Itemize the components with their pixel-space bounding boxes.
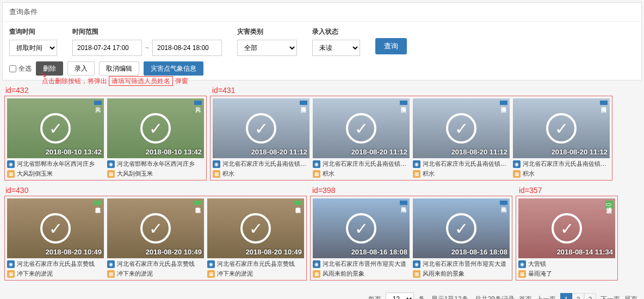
thumbnail[interactable]: 渍涝(农田)✓2018-08-14 11:34 [518, 198, 615, 258]
type-text: 冲下来的淤泥 [217, 270, 253, 278]
type-text: 冲下来的淤泥 [117, 270, 153, 278]
range-start-input[interactable] [72, 40, 142, 56]
location-text: 大营镇 [528, 260, 546, 268]
check-icon: ✓ [140, 113, 171, 144]
location-icon: ◉ [107, 160, 115, 168]
thumbnail[interactable]: 气象地质灾害✓2018-08-20 10:49 [7, 198, 104, 258]
type-text: 风雨来前的景象 [323, 270, 364, 278]
timestamp: 2018-08-20 11:12 [351, 148, 407, 156]
type-text: 积水 [222, 170, 234, 178]
page-number[interactable]: 3 [584, 293, 596, 299]
disaster-type-label: 灾害类别 [237, 27, 297, 36]
thumbnail[interactable]: 暴雨洪涝✓2018-08-20 11:12 [513, 98, 610, 158]
panel-title: 查询条件 [3, 3, 641, 22]
timestamp: 2018-08-20 11:12 [251, 148, 307, 156]
photo-card[interactable]: 暴雨洪涝✓2018-08-20 11:12◉河北省石家庄市元氏县南佐镇井元...… [513, 98, 610, 178]
thumbnail[interactable]: 风暴潮✓2018-08-16 18:08 [313, 198, 410, 258]
disaster-tag: 风灾 [94, 101, 102, 105]
record-group: 气象地质灾害✓2018-08-20 10:49◉河北省石家庄市元氏县京赞线▦冲下… [4, 196, 307, 281]
disaster-type-select[interactable]: 全部 [237, 40, 297, 56]
group-id-label: id=432 [5, 86, 208, 95]
photo-card[interactable]: 气象地质灾害✓2018-08-20 10:49◉河北省石家庄市元氏县京赞线▦冲下… [7, 198, 104, 278]
select-all-checkbox[interactable]: 全选 [9, 64, 32, 73]
thumbnail[interactable]: 暴雨洪涝✓2018-08-20 11:12 [213, 98, 309, 158]
location-text: 河北省石家庄市晋州市迎宾大道 [323, 260, 406, 268]
group-id-label: id=431 [212, 86, 615, 95]
photo-card[interactable]: 暴雨洪涝✓2018-08-20 11:12◉河北省石家庄市元氏县南佐镇井元...… [413, 98, 510, 178]
photo-card[interactable]: 渍涝(农田)✓2018-08-14 11:34◉大营镇▦暴雨淹了 [518, 198, 615, 278]
spacer [375, 27, 407, 35]
timestamp: 2018-08-20 10:49 [246, 248, 302, 256]
query-button[interactable]: 查询 [375, 38, 407, 54]
check-icon: ✓ [346, 113, 376, 144]
check-icon: ✓ [446, 213, 476, 244]
check-icon: ✓ [40, 213, 71, 244]
type-icon: ▦ [413, 270, 420, 278]
disaster-tag: 风暴潮 [400, 201, 407, 205]
location-text: 河北省石家庄市元氏县南佐镇井元... [323, 160, 410, 168]
timestamp: 2018-08-14 11:34 [557, 248, 613, 256]
pager-first[interactable]: 首页 [519, 295, 532, 300]
query-time-select[interactable]: 抓取时间 [9, 40, 57, 56]
type-text: 冲下来的淤泥 [17, 270, 53, 278]
type-icon: ▦ [518, 270, 526, 278]
photo-card[interactable]: 风灾✓2018-08-10 13:42◉河北省邯郸市永年区西河庄乡▦大风刮倒玉米 [7, 98, 104, 178]
type-icon: ▦ [413, 170, 420, 178]
thumbnail[interactable]: 风灾✓2018-08-10 13:42 [7, 98, 104, 158]
record-group: 暴雨洪涝✓2018-08-20 11:12◉河北省石家庄市元氏县南佐镇井元...… [210, 96, 612, 180]
record-group: 风暴潮✓2018-08-16 18:08◉河北省石家庄市晋州市迎宾大道▦风雨来前… [310, 196, 512, 281]
thumbnail[interactable]: 风灾✓2018-08-10 13:42 [107, 98, 204, 158]
disaster-info-button[interactable]: 灾害点气象信息 [144, 61, 203, 76]
type-icon: ▦ [207, 270, 215, 278]
group-id-label: id=430 [5, 186, 308, 195]
photo-card[interactable]: 风灾✓2018-08-10 13:42◉河北省邯郸市永年区西河庄乡▦大风刮倒玉米 [107, 98, 204, 178]
check-icon: ✓ [246, 113, 276, 144]
thumbnail[interactable]: 气象地质灾害✓2018-08-20 10:49 [107, 198, 204, 258]
location-text: 河北省石家庄市元氏县京赞线 [17, 260, 95, 268]
location-icon: ◉ [313, 260, 320, 268]
timestamp: 2018-08-20 11:12 [451, 148, 507, 156]
thumbnail[interactable]: 暴雨洪涝✓2018-08-20 11:12 [413, 98, 510, 158]
photo-card[interactable]: 暴雨洪涝✓2018-08-20 11:12◉河北省石家庄市元氏县南佐镇井元...… [313, 98, 410, 178]
photo-card[interactable]: 气象地质灾害✓2018-08-20 10:49◉河北省石家庄市元氏县京赞线▦冲下… [107, 198, 204, 278]
entry-status-select[interactable]: 未读 [312, 40, 360, 56]
type-icon: ▦ [107, 170, 115, 178]
disaster-tag: 气象地质灾害 [94, 201, 102, 205]
disaster-tag: 气象地质灾害 [294, 201, 302, 205]
check-icon: ✓ [446, 113, 476, 144]
photo-card[interactable]: 风暴潮✓2018-08-16 18:08◉河北省石家庄市晋州市迎宾大道▦风雨来前… [413, 198, 510, 278]
record-group: 渍涝(农田)✓2018-08-14 11:34◉大营镇▦暴雨淹了 [516, 196, 618, 281]
cancel-edit-button[interactable]: 取消编辑 [99, 61, 139, 76]
location-icon: ◉ [413, 160, 420, 168]
pager-last[interactable]: 尾页 [624, 295, 637, 300]
location-text: 河北省邯郸市永年区西河庄乡 [17, 160, 95, 168]
timestamp: 2018-08-16 18:08 [451, 248, 507, 256]
disaster-tag: 暴雨洪涝 [600, 101, 608, 105]
type-text: 大风刮倒玉米 [17, 170, 53, 178]
page-number[interactable]: 1 [560, 293, 572, 299]
location-icon: ◉ [107, 260, 115, 268]
photo-card[interactable]: 暴雨洪涝✓2018-08-20 11:12◉河北省石家庄市元氏县南佐镇井元...… [213, 98, 309, 178]
range-end-input[interactable] [152, 40, 222, 56]
pager-prev[interactable]: 上一页 [536, 295, 556, 300]
location-icon: ◉ [413, 260, 420, 268]
thumbnail[interactable]: 风暴潮✓2018-08-16 18:08 [413, 198, 510, 258]
type-icon: ▦ [313, 170, 320, 178]
pager-next[interactable]: 下一页 [600, 295, 620, 300]
enter-button[interactable]: 录入 [67, 61, 95, 76]
query-time-label: 查询时间 [9, 27, 57, 36]
page-number[interactable]: 2 [572, 293, 584, 299]
disaster-tag: 风灾 [194, 101, 202, 105]
per-page-select[interactable]: 12 [386, 292, 414, 299]
timestamp: 2018-08-20 10:49 [146, 248, 202, 256]
thumbnail[interactable]: 暴雨洪涝✓2018-08-20 11:12 [313, 98, 410, 158]
timestamp: 2018-08-16 18:08 [351, 248, 407, 256]
location-text: 河北省石家庄市元氏县京赞线 [117, 260, 195, 268]
select-all-input[interactable] [9, 65, 16, 72]
photo-card[interactable]: 气象地质灾害✓2018-08-20 10:49◉河北省石家庄市元氏县京赞线▦冲下… [207, 198, 304, 278]
type-icon: ▦ [7, 270, 15, 278]
location-icon: ◉ [213, 160, 220, 168]
photo-card[interactable]: 风暴潮✓2018-08-16 18:08◉河北省石家庄市晋州市迎宾大道▦风雨来前… [313, 198, 410, 278]
thumbnail[interactable]: 气象地质灾害✓2018-08-20 10:49 [207, 198, 304, 258]
type-icon: ▦ [313, 270, 320, 278]
